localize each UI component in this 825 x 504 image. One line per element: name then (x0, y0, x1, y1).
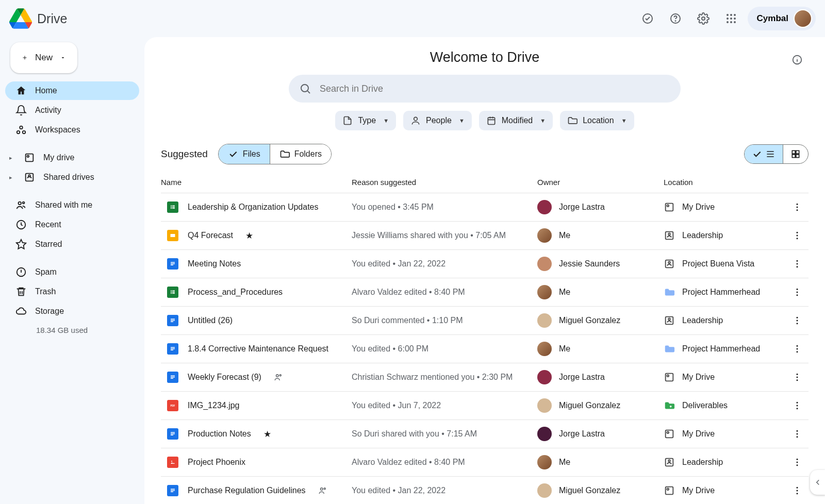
help-icon[interactable] (664, 7, 687, 30)
view-segment (744, 144, 808, 164)
sidebar-label: Starred (35, 240, 62, 249)
table-row[interactable]: Untitled (26) So Duri commented • 1:10 P… (161, 307, 808, 335)
new-button[interactable]: New (10, 42, 77, 73)
sidebar-item-trash[interactable]: Trash (5, 282, 139, 301)
svg-rect-77 (171, 348, 175, 349)
svg-point-48 (797, 235, 798, 237)
location-name: My Drive (682, 486, 715, 495)
segment-folders[interactable]: Folders (270, 144, 331, 164)
filter-people[interactable]: People▼ (403, 111, 472, 130)
table-row[interactable]: Q4 Forecast★ Jessie Williams shared with… (161, 222, 808, 250)
svg-point-102 (797, 430, 798, 432)
account-chip[interactable]: Cymbal (748, 7, 816, 30)
search-input[interactable] (320, 83, 670, 94)
filter-modified[interactable]: Modified▼ (479, 111, 553, 130)
svg-rect-97 (171, 432, 175, 433)
table-row[interactable]: Meeting Notes You edited • Jan 22, 2022 … (161, 250, 808, 278)
table-row[interactable]: Weekly Forecast (9) Christian Schwarz me… (161, 363, 808, 392)
svg-rect-61 (171, 293, 172, 294)
plus-icon (22, 52, 28, 64)
more-actions[interactable] (786, 429, 808, 439)
logo[interactable]: Drive (9, 7, 67, 30)
settings-icon[interactable] (692, 7, 715, 30)
owner-avatar (537, 285, 552, 299)
search-icon (299, 82, 311, 95)
more-actions[interactable] (786, 485, 808, 496)
sidebar-item-home[interactable]: Home (5, 81, 139, 100)
side-panel-toggle[interactable] (810, 470, 825, 495)
more-actions[interactable] (786, 202, 808, 212)
org-name: Cymbal (757, 13, 788, 24)
app-name: Drive (37, 11, 67, 26)
owner-name: Me (559, 288, 570, 297)
table-row[interactable]: 1.8.4 Corrective Maintenance Request You… (161, 335, 808, 363)
search-bar[interactable] (289, 75, 681, 103)
sidebar-item-sharedwithme[interactable]: Shared with me (5, 196, 139, 214)
svg-rect-60 (171, 292, 172, 293)
owner-name: Miguel Gonzalez (559, 316, 620, 325)
segment-files[interactable]: Files (219, 144, 270, 164)
info-button[interactable] (788, 51, 806, 69)
more-actions[interactable] (786, 457, 808, 467)
more-actions[interactable] (786, 400, 808, 411)
svg-rect-68 (171, 319, 175, 320)
filter-location[interactable]: Location▼ (560, 111, 634, 130)
apps-icon[interactable] (720, 7, 742, 30)
offline-ready-icon[interactable] (636, 7, 659, 30)
sidebar-label: Recent (35, 220, 61, 229)
table-row[interactable]: PDF IMG_1234.jpg You edited • Jun 7, 202… (161, 392, 808, 420)
sidebar-label: Home (35, 86, 57, 95)
table-body: Leadership & Organization Updates You op… (161, 193, 808, 504)
sidebar-item-spam[interactable]: Spam (5, 263, 139, 281)
svg-point-41 (797, 204, 798, 205)
svg-rect-112 (171, 490, 175, 491)
col-owner: Owner (537, 178, 664, 187)
sidebar-item-workspaces[interactable]: Workspaces (5, 121, 139, 139)
svg-point-80 (797, 348, 798, 350)
sidebar-item-activity[interactable]: Activity (5, 101, 139, 120)
sidebar-item-storage[interactable]: Storage (5, 302, 139, 321)
more-actions[interactable] (786, 344, 808, 354)
owner-avatar (537, 228, 552, 243)
workspaces-icon (15, 124, 27, 136)
owner-avatar (537, 398, 552, 413)
sidebar-item-mydrive[interactable]: ▸ My drive (5, 148, 139, 167)
svg-rect-99 (171, 435, 173, 436)
table-row[interactable]: Process_and_Procedures Alvaro Valdez edi… (161, 278, 808, 307)
owner-name: Jessie Saunders (559, 259, 620, 268)
view-list[interactable] (745, 145, 783, 163)
svg-rect-27 (488, 117, 494, 124)
svg-point-46 (668, 233, 670, 235)
table-row[interactable]: Leadership & Organization Updates You op… (161, 193, 808, 222)
more-actions[interactable] (786, 372, 808, 382)
sheets-file-icon (167, 201, 178, 213)
svg-point-73 (797, 317, 798, 318)
sidebar-item-shareddrives[interactable]: ▸ Shared drives (5, 168, 139, 187)
svg-point-81 (797, 351, 798, 352)
file-name: Weekly Forecast (9) (188, 373, 261, 382)
reason-text: So Duri commented • 1:10 PM (352, 316, 537, 325)
docs-file-icon (167, 258, 178, 270)
clock-icon (15, 219, 27, 230)
svg-point-118 (797, 487, 798, 489)
svg-rect-44 (171, 234, 175, 237)
owner-name: Me (559, 231, 570, 240)
svg-point-88 (667, 375, 669, 377)
sidebar-item-starred[interactable]: Starred (5, 235, 139, 254)
sidebar-item-recent[interactable]: Recent (5, 215, 139, 234)
svg-point-6 (734, 14, 736, 16)
view-grid[interactable] (783, 145, 808, 163)
svg-rect-69 (171, 320, 175, 321)
filter-type[interactable]: Type▼ (335, 111, 396, 130)
sidebar-label: Activity (35, 106, 61, 115)
owner-avatar (537, 427, 552, 441)
table-row[interactable]: Project Phoenix Alvaro Valdez edited • 8… (161, 448, 808, 477)
table-row[interactable]: Purchase Regulation Guidelines You edite… (161, 477, 808, 504)
svg-point-67 (797, 294, 798, 296)
more-actions[interactable] (786, 315, 808, 326)
table-row[interactable]: Production Notes★ So Duri shared with yo… (161, 420, 808, 448)
more-actions[interactable] (786, 259, 808, 269)
more-actions[interactable] (786, 287, 808, 297)
check-icon (752, 149, 762, 159)
more-actions[interactable] (786, 230, 808, 241)
